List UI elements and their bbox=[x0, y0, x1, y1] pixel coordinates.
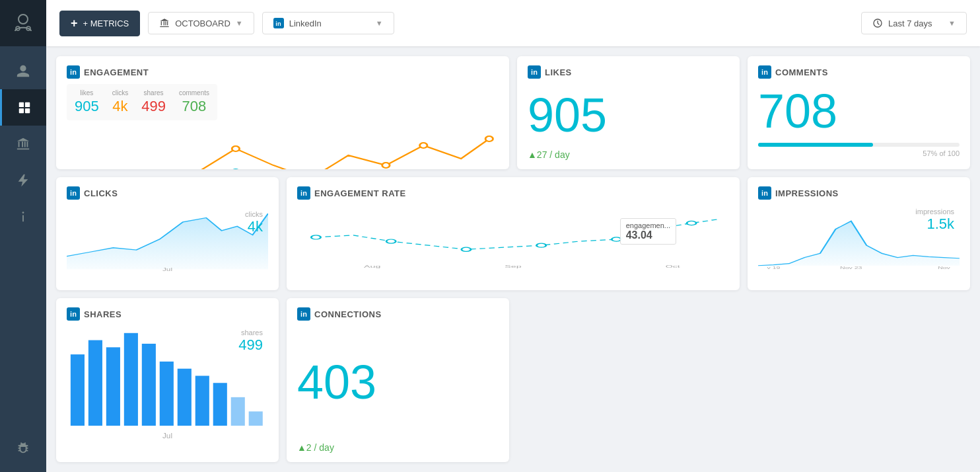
likes-li-icon: in bbox=[528, 65, 541, 79]
shares-li-icon: in bbox=[67, 307, 80, 321]
svg-text:in: in bbox=[275, 20, 281, 27]
clicks-label-text: clicks bbox=[245, 210, 263, 218]
clicks-title: CLICKS bbox=[84, 188, 118, 198]
shares-chart-value: 499 bbox=[238, 336, 263, 353]
svg-text:Oct: Oct bbox=[666, 264, 680, 268]
plus-icon: + bbox=[71, 17, 78, 30]
svg-rect-60 bbox=[178, 369, 192, 426]
impressions-chart-value: 1.5k bbox=[915, 216, 954, 233]
engagement-tooltip: engagemen... 43.04 bbox=[620, 218, 676, 245]
sidebar-item-profile[interactable] bbox=[0, 53, 46, 89]
svg-text:Nov 23: Nov 23 bbox=[840, 266, 862, 270]
sidebar-item-bank[interactable] bbox=[0, 126, 46, 162]
linkedin-icon: in bbox=[273, 18, 284, 28]
connections-big-number: 403 bbox=[297, 355, 376, 409]
engagement-li-icon: in bbox=[67, 65, 80, 79]
svg-rect-8 bbox=[22, 215, 24, 221]
comments-progress-label: 57% of 100 bbox=[758, 149, 960, 157]
svg-text:Sep: Sep bbox=[505, 264, 521, 268]
engagement-card: in ENGAGEMENT likes 905 clicks 4k shares… bbox=[56, 56, 509, 169]
svg-point-32 bbox=[232, 146, 239, 151]
tooltip-label: engagemen... bbox=[626, 221, 670, 229]
svg-rect-5 bbox=[18, 108, 23, 112]
svg-text:Jul: Jul bbox=[162, 267, 172, 272]
svg-rect-3 bbox=[18, 102, 23, 106]
octoboard-label: OCTOBOARD bbox=[175, 19, 230, 28]
impressions-title: IMPRESSIONS bbox=[775, 188, 839, 198]
linkedin-dropdown[interactable]: in LinkedIn ▼ bbox=[262, 12, 394, 34]
svg-point-35 bbox=[420, 143, 427, 148]
clicks-value: 4k bbox=[112, 98, 128, 115]
main-content: + + METRICS OCTOBOARD ▼ in LinkedIn ▼ La… bbox=[46, 0, 980, 472]
comments-progress-bar: 57% of 100 bbox=[758, 143, 960, 157]
timerange-arrow-icon: ▼ bbox=[948, 19, 956, 27]
comments-card: in COMMENTS 708 57% of 100 bbox=[748, 56, 970, 169]
add-metrics-button[interactable]: + + METRICS bbox=[59, 11, 140, 36]
stat-likes: likes 905 bbox=[75, 89, 99, 115]
octoboard-dropdown[interactable]: OCTOBOARD ▼ bbox=[148, 12, 254, 34]
octoboard-arrow-icon: ▼ bbox=[236, 19, 243, 27]
svg-point-34 bbox=[382, 163, 390, 168]
svg-text:Jul: Jul bbox=[162, 432, 172, 440]
linkedin-label: LinkedIn bbox=[289, 19, 322, 28]
engagement-rate-title: ENGAGEMENT RATE bbox=[314, 188, 406, 198]
svg-text:v 19: v 19 bbox=[767, 266, 780, 270]
dashboard-grid: in ENGAGEMENT likes 905 clicks 4k shares… bbox=[46, 46, 980, 472]
comments-label: comments bbox=[179, 89, 209, 97]
svg-rect-61 bbox=[195, 376, 209, 426]
clicks-chart-label: clicks 4k bbox=[245, 210, 263, 235]
clicks-card: in CLICKS clicks 4k J bbox=[56, 177, 279, 290]
svg-rect-58 bbox=[142, 344, 156, 426]
shares-label: shares bbox=[141, 89, 166, 97]
stat-shares: shares 499 bbox=[141, 89, 166, 115]
likes-value: 905 bbox=[75, 98, 99, 115]
likes-title: LIKES bbox=[545, 67, 572, 77]
shares-title: SHARES bbox=[84, 309, 122, 319]
timerange-dropdown[interactable]: Last 7 days ▼ bbox=[861, 12, 967, 34]
shares-card-title: in SHARES bbox=[67, 307, 268, 321]
shares-card: in SHARES shares 499 bbox=[56, 298, 279, 462]
impressions-label: impressions 1.5k bbox=[915, 208, 954, 233]
connections-content: 403 ▲2 / day bbox=[297, 326, 499, 453]
shares-chart-label: shares 499 bbox=[238, 329, 263, 354]
engagement-rate-chart: engagemen... 43.04 Aug Sep Oct bbox=[297, 205, 729, 281]
likes-sub: ▲27 / day bbox=[528, 149, 570, 160]
timerange-label: Last 7 days bbox=[888, 19, 932, 28]
connections-sub: ▲2 / day bbox=[297, 442, 334, 453]
clicks-li-icon: in bbox=[67, 186, 80, 200]
engagement-rate-title-row: in ENGAGEMENT RATE bbox=[297, 186, 729, 200]
comments-card-title: in COMMENTS bbox=[758, 65, 960, 79]
connections-title: CONNECTIONS bbox=[314, 309, 382, 319]
sidebar-logo bbox=[0, 0, 46, 46]
engagement-rate-li-icon: in bbox=[297, 186, 310, 200]
impressions-li-icon: in bbox=[758, 186, 771, 200]
sidebar-item-info[interactable] bbox=[0, 198, 46, 235]
sidebar-item-dashboard[interactable] bbox=[0, 89, 46, 126]
svg-rect-6 bbox=[24, 108, 29, 112]
connections-card-title: in CONNECTIONS bbox=[297, 307, 499, 321]
comments-title: COMMENTS bbox=[775, 67, 828, 77]
connections-li-icon: in bbox=[297, 307, 310, 321]
header: + + METRICS OCTOBOARD ▼ in LinkedIn ▼ La… bbox=[46, 0, 980, 46]
svg-point-36 bbox=[485, 136, 493, 141]
svg-point-0 bbox=[18, 15, 28, 24]
svg-text:Nov: Nov bbox=[938, 266, 951, 270]
svg-point-44 bbox=[537, 243, 546, 247]
shares-chart-area: shares 499 Jul bbox=[67, 326, 268, 453]
sidebar-item-bug[interactable] bbox=[0, 429, 46, 465]
comments-progress-container: 708 57% of 100 bbox=[758, 84, 960, 160]
comments-li-icon: in bbox=[758, 65, 771, 79]
svg-rect-64 bbox=[249, 412, 263, 426]
svg-point-43 bbox=[462, 247, 471, 251]
clicks-chart-value: 4k bbox=[245, 218, 263, 235]
likes-big-number: 905 bbox=[528, 91, 607, 139]
likes-card-title: in LIKES bbox=[528, 65, 729, 79]
impressions-label-text: impressions bbox=[915, 208, 954, 216]
linkedin-arrow-icon: ▼ bbox=[376, 19, 383, 27]
shares-label-text: shares bbox=[238, 329, 263, 336]
sidebar-item-lightning[interactable] bbox=[0, 162, 46, 198]
svg-point-41 bbox=[311, 235, 320, 239]
engagement-stats: likes 905 clicks 4k shares 499 comments … bbox=[67, 84, 217, 120]
svg-point-42 bbox=[386, 239, 396, 243]
svg-marker-39 bbox=[67, 214, 268, 269]
